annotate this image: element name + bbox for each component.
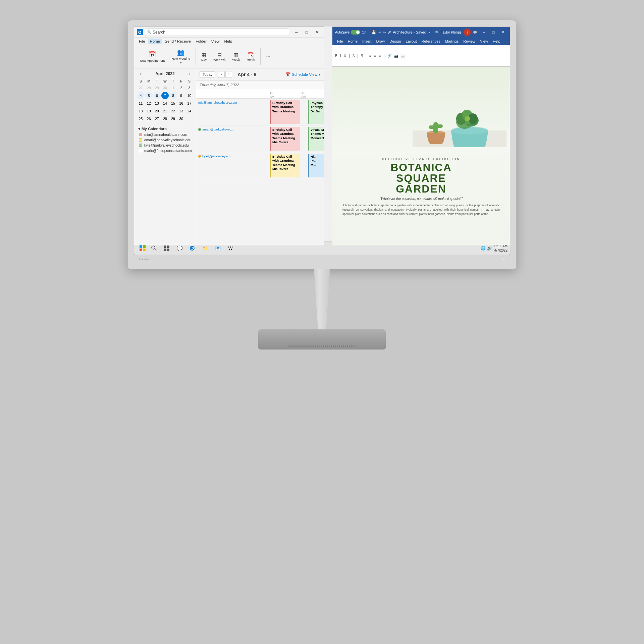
autosave-group: AutoSave On bbox=[335, 30, 366, 35]
cal-day-9[interactable]: 9 bbox=[177, 92, 185, 99]
word-minimize-button[interactable]: ─ bbox=[480, 29, 488, 36]
cal-day-11[interactable]: 11 bbox=[137, 100, 145, 107]
calendar-item-mia[interactable]: mia@lamnahealthcare.com bbox=[137, 132, 193, 137]
cal-day-21[interactable]: 21 bbox=[161, 107, 169, 115]
calendar-item-amari[interactable]: amari@parkvalleyschools.edu bbox=[137, 137, 193, 143]
calendar-item-kyle[interactable]: kyle@parkvalleyschools.edu bbox=[137, 143, 193, 148]
autosave-state: On bbox=[362, 31, 366, 34]
event-birthday-kyle[interactable]: Birthday Call with Grandma Teams Meeting… bbox=[270, 154, 300, 177]
word-menu-help[interactable]: Help bbox=[491, 39, 502, 44]
my-calendars-toggle[interactable]: ▾ My Calendars bbox=[137, 126, 193, 132]
word-close-button[interactable]: ✕ bbox=[498, 29, 507, 36]
word-restore-button[interactable]: □ bbox=[489, 29, 498, 36]
word-menu-insert[interactable]: Insert bbox=[360, 39, 374, 44]
word-menu-draw[interactable]: Draw bbox=[374, 39, 387, 44]
restore-button[interactable]: □ bbox=[302, 29, 311, 36]
menu-folder[interactable]: Folder bbox=[194, 39, 209, 44]
cal-day-22[interactable]: 22 bbox=[169, 107, 177, 115]
person-col-amari: amari@parkvalleysc... bbox=[196, 125, 268, 152]
word-menu-review[interactable]: Review bbox=[461, 39, 477, 44]
cal-day-4[interactable]: 4 bbox=[137, 92, 145, 99]
cal-day-23[interactable]: 23 bbox=[177, 107, 185, 115]
cal-day-3[interactable]: 3 bbox=[185, 84, 193, 92]
lenovo-brand-label: Lenovo bbox=[139, 258, 153, 261]
cal-day-27[interactable]: 27 bbox=[137, 84, 145, 92]
cal-day-14[interactable]: 14 bbox=[161, 100, 169, 107]
word-menu-references[interactable]: References bbox=[420, 39, 442, 44]
cal-day-28[interactable]: 28 bbox=[145, 84, 153, 92]
cal-day-10[interactable]: 10 bbox=[185, 92, 193, 99]
work-week-button[interactable]: ▤ Work Wk bbox=[210, 47, 228, 66]
calendar-item-mario[interactable]: mario@firstupconsultants.com bbox=[137, 148, 193, 153]
cal-day-29b[interactable]: 29 bbox=[169, 115, 177, 122]
next-month-button[interactable]: › bbox=[188, 71, 192, 76]
cal-day-19[interactable]: 19 bbox=[145, 107, 153, 115]
menu-send-receive[interactable]: Send / Receive bbox=[163, 39, 193, 44]
view-selector[interactable]: 📅 Schedule View ▾ bbox=[286, 72, 321, 77]
cal-day-7-today[interactable]: 7 bbox=[161, 92, 169, 99]
cal-day-20[interactable]: 20 bbox=[153, 107, 161, 115]
next-week-button[interactable]: › bbox=[225, 71, 232, 78]
cal-day-26[interactable]: 26 bbox=[145, 115, 153, 122]
event-physical-therapy[interactable]: Physical TherapyDr. Samuels bbox=[308, 100, 324, 124]
search-icon-word[interactable]: 🔍 bbox=[435, 31, 439, 34]
cal-day-6[interactable]: 6 bbox=[153, 92, 161, 99]
menu-help[interactable]: Help bbox=[222, 39, 234, 44]
cal-day-17[interactable]: 17 bbox=[185, 100, 193, 107]
monitor-screen: O 🔍 Search ─ □ ✕ bbox=[134, 26, 510, 255]
cal-day-27b[interactable]: 27 bbox=[153, 115, 161, 122]
cal-day-24[interactable]: 24 bbox=[185, 107, 193, 115]
cal-day-30b[interactable]: 30 bbox=[177, 115, 185, 122]
comments-icon[interactable]: 💬 bbox=[473, 31, 477, 34]
redo-icon[interactable]: ↪ bbox=[383, 31, 386, 34]
event-birthday-mia[interactable]: Birthday Call with GrandmaTeams Meeting bbox=[270, 100, 300, 124]
month-view-button[interactable]: 📆 Month bbox=[244, 47, 258, 66]
cal-day-2[interactable]: 2 bbox=[177, 84, 185, 92]
word-icon: W bbox=[388, 31, 391, 34]
prev-week-button[interactable]: ‹ bbox=[218, 71, 225, 78]
event-virtual-museum[interactable]: Virtual MuseumThams MeetingMonica Thomps… bbox=[308, 127, 324, 151]
outlook-titlebar: O 🔍 Search ─ □ ✕ bbox=[134, 27, 324, 38]
down-arrow-icon[interactable]: ▾ bbox=[428, 31, 430, 34]
cal-day-13[interactable]: 13 bbox=[153, 100, 161, 107]
cal-day-1[interactable]: 1 bbox=[169, 84, 177, 92]
autosave-toggle[interactable] bbox=[351, 30, 360, 35]
cal-day-25[interactable]: 25 bbox=[137, 115, 145, 122]
cal-day-16[interactable]: 16 bbox=[177, 100, 185, 107]
word-menu-design[interactable]: Design bbox=[387, 39, 403, 44]
prev-month-button[interactable]: ‹ bbox=[138, 71, 142, 76]
word-menu-home[interactable]: Home bbox=[346, 39, 360, 44]
cal-day-15[interactable]: 15 bbox=[169, 100, 177, 107]
new-meeting-button[interactable]: 👥 New Meeting ▼ bbox=[168, 47, 193, 66]
event-hi-kyle[interactable]: Hi...Pr...M... bbox=[308, 154, 324, 177]
word-menu-file[interactable]: File bbox=[335, 39, 345, 44]
new-appointment-button[interactable]: 📅 New Appointment bbox=[137, 47, 168, 66]
more-options-button[interactable]: ··· bbox=[263, 47, 273, 66]
today-button[interactable]: Today bbox=[200, 71, 215, 77]
menu-file[interactable]: File bbox=[137, 39, 147, 44]
event-birthday-amari[interactable]: Birthday Call with Grandma Teams Meeting… bbox=[270, 127, 300, 151]
cal-day-12[interactable]: 12 bbox=[145, 100, 153, 107]
week-icon: ▥ bbox=[234, 52, 238, 57]
cal-day-5[interactable]: 5 bbox=[145, 92, 153, 99]
close-button[interactable]: ✕ bbox=[312, 29, 321, 36]
cal-day-28b[interactable]: 28 bbox=[161, 115, 169, 122]
cal-day-29[interactable]: 29 bbox=[153, 84, 161, 92]
week-view-button[interactable]: ▥ Week bbox=[229, 47, 243, 66]
bezel-bottom: Lenovo bbox=[134, 255, 510, 264]
ribbon-view-group: ▦ Day ▤ Work Wk ▥ Week bbox=[198, 47, 258, 66]
calendar-email-kyle: kyle@parkvalleyschools.edu bbox=[144, 143, 189, 147]
word-menu-view[interactable]: View bbox=[478, 39, 490, 44]
cal-day-8[interactable]: 8 bbox=[169, 92, 177, 99]
menu-home[interactable]: Home bbox=[148, 39, 162, 44]
avatar[interactable]: T bbox=[464, 29, 471, 36]
undo-icon[interactable]: ↩ bbox=[378, 31, 381, 34]
minimize-button[interactable]: ─ bbox=[292, 29, 301, 36]
cal-day-30[interactable]: 30 bbox=[161, 84, 169, 92]
cal-day-18[interactable]: 18 bbox=[137, 107, 145, 115]
day-view-button[interactable]: ▦ Day bbox=[198, 47, 210, 66]
word-menu-layout[interactable]: Layout bbox=[404, 39, 419, 44]
word-menu-mailings[interactable]: Mailings bbox=[443, 39, 461, 44]
menu-view[interactable]: View bbox=[209, 39, 222, 44]
search-bar[interactable]: 🔍 Search bbox=[145, 29, 289, 36]
